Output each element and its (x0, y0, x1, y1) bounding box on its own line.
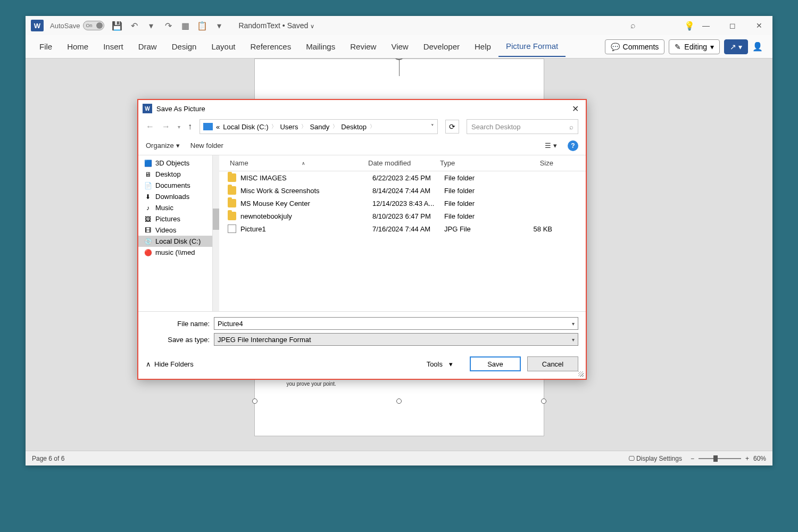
dialog-close-button[interactable]: ✕ (569, 102, 581, 115)
help-icon[interactable]: ? (568, 140, 578, 151)
tab-picture-format[interactable]: Picture Format (498, 36, 566, 57)
tree-item[interactable]: 📄Documents (138, 180, 212, 191)
file-row[interactable]: Misc Work & Screenshots 8/14/2024 7:44 A… (219, 184, 586, 197)
zoom-in-button[interactable]: + (745, 455, 749, 462)
maximize-button[interactable]: ◻ (725, 18, 741, 34)
lightbulb-icon[interactable]: 💡 (684, 20, 695, 31)
tree-item[interactable]: 🎞Videos (138, 225, 212, 236)
history-dropdown-icon[interactable]: ▾ (178, 124, 180, 130)
chevron-down-icon[interactable]: ▾ (572, 321, 575, 327)
col-date-header[interactable]: Date modified (368, 155, 440, 171)
saveastype-select[interactable]: JPEG File Interchange Format▾ (214, 333, 578, 346)
file-row[interactable]: Picture1 7/16/2024 7:44 AM JPG File 58 K… (219, 222, 586, 235)
tab-home[interactable]: Home (60, 37, 96, 56)
editing-mode-button[interactable]: ✎ Editing ▾ (669, 39, 720, 54)
chevron-right-icon[interactable]: 〉 (332, 123, 338, 130)
autosave-label: AutoSave (50, 22, 80, 30)
tree-item[interactable]: ♪Music (138, 202, 212, 213)
tab-layout[interactable]: Layout (204, 37, 243, 56)
selection-handle[interactable] (252, 398, 257, 404)
zoom-slider[interactable] (699, 458, 741, 459)
tab-help[interactable]: Help (467, 37, 498, 56)
chevron-down-icon[interactable]: ▾ (572, 337, 575, 343)
filename-input[interactable]: Picture4▾ (214, 317, 578, 330)
display-settings-button[interactable]: 🖵 Display Settings (628, 455, 682, 462)
tab-review[interactable]: Review (343, 37, 384, 56)
cancel-button[interactable]: Cancel (527, 356, 578, 371)
tree-item-label: 3D Objects (155, 159, 189, 167)
tab-developer[interactable]: Developer (416, 37, 467, 56)
search-icon[interactable]: ⌕ (628, 20, 638, 31)
resize-grip[interactable] (578, 371, 584, 377)
tab-references[interactable]: References (243, 37, 298, 56)
save-icon[interactable]: 💾 (112, 20, 122, 31)
forward-icon[interactable]: → (162, 122, 170, 131)
tree-item[interactable]: 🔴music (\\med (138, 247, 212, 258)
search-input[interactable]: Search Desktop ⌕ (467, 119, 578, 134)
file-size: 58 KB (516, 225, 559, 233)
chevron-right-icon[interactable]: 〉 (301, 123, 306, 130)
file-type: File folder (444, 200, 516, 207)
up-icon[interactable]: ↑ (188, 122, 192, 131)
file-row[interactable]: MS Mouse Key Center 12/14/2023 8:43 A...… (219, 197, 586, 210)
autosave-toggle[interactable]: On (83, 21, 104, 30)
breadcrumb-segment[interactable]: Sandy (310, 123, 329, 131)
undo-icon[interactable]: ↶ (129, 20, 139, 31)
organize-button[interactable]: Organize ▾ (146, 142, 180, 149)
view-options-button[interactable]: ☰ ▾ (545, 142, 557, 149)
file-row[interactable]: MISC IMAGES 6/22/2023 2:45 PM File folde… (219, 171, 586, 184)
tree-item[interactable]: ⬇Downloads (138, 191, 212, 202)
selection-handle[interactable] (541, 398, 546, 404)
tree-scrollbar[interactable] (213, 155, 219, 311)
file-date: 12/14/2023 8:43 A... (372, 200, 444, 207)
new-folder-button[interactable]: New folder (190, 142, 223, 149)
filename-label: File name: (146, 320, 214, 328)
file-row[interactable]: newnotebookjuly 8/10/2023 6:47 PM File f… (219, 210, 586, 222)
close-button[interactable]: ✕ (751, 18, 767, 34)
word-app-icon: W (31, 20, 44, 31)
back-icon[interactable]: ← (146, 122, 154, 131)
col-name-header[interactable]: Name∧ (219, 155, 368, 171)
table-icon[interactable]: ▦ (180, 20, 190, 31)
chevron-right-icon[interactable]: 〉 (370, 123, 375, 130)
user-icon[interactable]: 👤 (752, 41, 763, 52)
zoom-percent[interactable]: 60% (753, 455, 766, 462)
comments-button[interactable]: 💬 Comments (605, 39, 665, 54)
share-button[interactable]: ↗ ▾ (724, 39, 748, 54)
tab-mailings[interactable]: Mailings (298, 37, 343, 56)
tab-insert[interactable]: Insert (96, 37, 131, 56)
tree-item[interactable]: 💿Local Disk (C:) (138, 236, 212, 247)
chevron-right-icon[interactable]: 〉 (271, 123, 277, 130)
save-button[interactable]: Save (470, 356, 521, 371)
file-name: MS Mouse Key Center (240, 200, 372, 207)
address-bar[interactable]: « Local Disk (C:) 〉 Users 〉 Sandy 〉 Desk… (200, 119, 438, 134)
col-type-header[interactable]: Type (440, 155, 512, 171)
hide-folders-button[interactable]: ∧ Hide Folders (146, 360, 194, 368)
selection-handle[interactable] (396, 398, 402, 404)
tab-design[interactable]: Design (164, 37, 204, 56)
file-date: 6/22/2023 2:45 PM (372, 174, 444, 182)
tree-item[interactable]: 🖥Desktop (138, 169, 212, 180)
breadcrumb-segment[interactable]: Desktop (341, 123, 367, 131)
chevron-down-icon[interactable]: ▾ (146, 20, 156, 31)
refresh-button[interactable]: ⟳ (445, 120, 459, 134)
redo-icon[interactable]: ↷ (163, 20, 173, 31)
tools-dropdown[interactable]: Tools ▾ (427, 360, 453, 368)
address-dropdown-icon[interactable]: ˅ (431, 123, 434, 130)
tab-view[interactable]: View (384, 37, 415, 56)
file-name: MISC IMAGES (240, 174, 372, 182)
tree-item-label: music (\\med (155, 248, 195, 256)
tab-file[interactable]: File (32, 37, 60, 56)
zoom-out-button[interactable]: − (691, 455, 694, 462)
folder-icon (228, 186, 236, 195)
breadcrumb-segment[interactable]: Users (280, 123, 298, 131)
breadcrumb-segment[interactable]: Local Disk (C:) (223, 123, 268, 131)
tree-item[interactable]: 🖼Pictures (138, 213, 212, 225)
tree-item[interactable]: 🟦3D Objects (138, 157, 212, 169)
minimize-button[interactable]: — (698, 18, 714, 34)
search-icon: ⌕ (569, 123, 573, 131)
paste-icon[interactable]: 📋 (197, 20, 207, 31)
col-size-header[interactable]: Size (512, 155, 560, 171)
customize-qat-icon[interactable]: ▾ (214, 20, 225, 31)
tab-draw[interactable]: Draw (131, 37, 164, 56)
